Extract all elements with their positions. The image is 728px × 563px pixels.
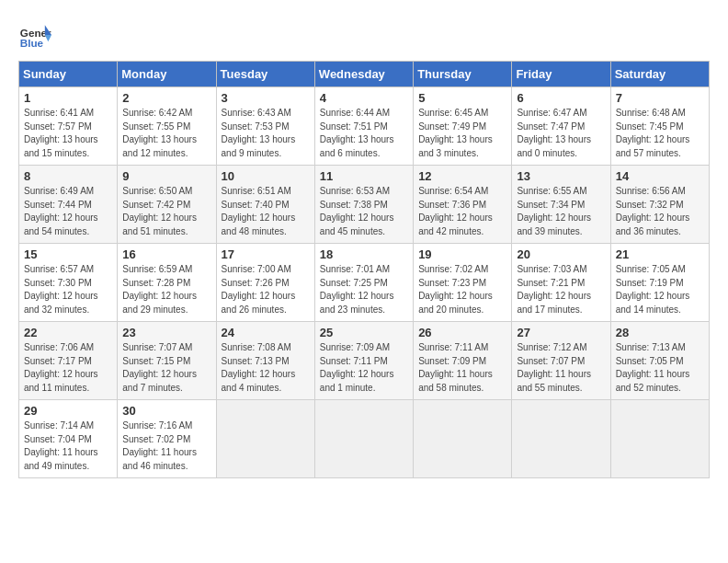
- day-number: 30: [122, 404, 210, 418]
- day-info: Sunrise: 6:54 AM Sunset: 7:36 PM Dayligh…: [418, 185, 506, 238]
- week-row-4: 22Sunrise: 7:06 AM Sunset: 7:17 PM Dayli…: [19, 322, 710, 400]
- day-cell: 28Sunrise: 7:13 AM Sunset: 7:05 PM Dayli…: [610, 322, 709, 400]
- day-info: Sunrise: 7:07 AM Sunset: 7:15 PM Dayligh…: [122, 341, 210, 395]
- day-cell: 24Sunrise: 7:08 AM Sunset: 7:13 PM Dayli…: [216, 322, 314, 400]
- day-cell: 23Sunrise: 7:07 AM Sunset: 7:15 PM Dayli…: [118, 322, 216, 400]
- day-number: 28: [616, 326, 704, 339]
- day-info: Sunrise: 7:08 AM Sunset: 7:13 PM Dayligh…: [222, 341, 310, 395]
- day-info: Sunrise: 6:53 AM Sunset: 7:38 PM Dayligh…: [320, 185, 408, 238]
- calendar-table: SundayMondayTuesdayWednesdayThursdayFrid…: [18, 61, 710, 478]
- day-cell: [216, 400, 314, 478]
- day-number: 9: [122, 169, 210, 183]
- day-info: Sunrise: 7:13 AM Sunset: 7:05 PM Dayligh…: [616, 341, 704, 395]
- week-row-5: 29Sunrise: 7:14 AM Sunset: 7:04 PM Dayli…: [19, 400, 710, 478]
- day-info: Sunrise: 6:41 AM Sunset: 7:57 PM Dayligh…: [24, 107, 112, 160]
- day-cell: 19Sunrise: 7:02 AM Sunset: 7:23 PM Dayli…: [414, 244, 512, 322]
- day-cell: 14Sunrise: 6:56 AM Sunset: 7:32 PM Dayli…: [610, 166, 709, 244]
- day-number: 7: [616, 91, 704, 105]
- day-number: 8: [24, 169, 112, 183]
- day-cell: 6Sunrise: 6:47 AM Sunset: 7:47 PM Daylig…: [512, 87, 610, 166]
- day-cell: 3Sunrise: 6:43 AM Sunset: 7:53 PM Daylig…: [216, 87, 314, 166]
- column-header-thursday: Thursday: [414, 62, 512, 87]
- day-number: 4: [320, 91, 408, 105]
- day-cell: 29Sunrise: 7:14 AM Sunset: 7:04 PM Dayli…: [19, 400, 118, 478]
- day-number: 16: [122, 247, 210, 261]
- day-number: 26: [418, 326, 506, 339]
- day-number: 13: [517, 169, 605, 183]
- day-cell: 15Sunrise: 6:57 AM Sunset: 7:30 PM Dayli…: [19, 244, 118, 322]
- day-number: 1: [24, 91, 112, 105]
- day-number: 11: [320, 169, 408, 183]
- day-info: Sunrise: 6:43 AM Sunset: 7:53 PM Dayligh…: [222, 107, 310, 160]
- day-info: Sunrise: 7:05 AM Sunset: 7:19 PM Dayligh…: [616, 263, 704, 316]
- day-info: Sunrise: 6:42 AM Sunset: 7:55 PM Dayligh…: [122, 107, 210, 160]
- column-header-sunday: Sunday: [19, 62, 118, 87]
- day-cell: [512, 400, 610, 478]
- day-info: Sunrise: 6:45 AM Sunset: 7:49 PM Dayligh…: [418, 107, 506, 160]
- day-cell: 21Sunrise: 7:05 AM Sunset: 7:19 PM Dayli…: [610, 244, 709, 322]
- day-cell: 26Sunrise: 7:11 AM Sunset: 7:09 PM Dayli…: [414, 322, 512, 400]
- column-header-friday: Friday: [512, 62, 610, 87]
- logo-icon: General Blue: [18, 18, 51, 52]
- day-cell: 20Sunrise: 7:03 AM Sunset: 7:21 PM Dayli…: [512, 244, 610, 322]
- day-number: 25: [320, 326, 408, 339]
- day-cell: [314, 400, 413, 478]
- day-cell: 9Sunrise: 6:50 AM Sunset: 7:42 PM Daylig…: [118, 166, 216, 244]
- day-cell: 25Sunrise: 7:09 AM Sunset: 7:11 PM Dayli…: [314, 322, 413, 400]
- day-number: 29: [24, 404, 112, 418]
- day-cell: 13Sunrise: 6:55 AM Sunset: 7:34 PM Dayli…: [512, 166, 610, 244]
- day-info: Sunrise: 6:49 AM Sunset: 7:44 PM Dayligh…: [24, 185, 112, 238]
- column-header-monday: Monday: [118, 62, 216, 87]
- day-cell: 8Sunrise: 6:49 AM Sunset: 7:44 PM Daylig…: [19, 166, 118, 244]
- column-header-wednesday: Wednesday: [314, 62, 413, 87]
- day-info: Sunrise: 6:47 AM Sunset: 7:47 PM Dayligh…: [517, 107, 605, 160]
- day-cell: [414, 400, 512, 478]
- day-cell: 1Sunrise: 6:41 AM Sunset: 7:57 PM Daylig…: [19, 87, 118, 166]
- day-info: Sunrise: 6:57 AM Sunset: 7:30 PM Dayligh…: [24, 263, 112, 316]
- day-number: 10: [222, 169, 310, 183]
- week-row-3: 15Sunrise: 6:57 AM Sunset: 7:30 PM Dayli…: [19, 244, 710, 322]
- day-info: Sunrise: 7:12 AM Sunset: 7:07 PM Dayligh…: [517, 341, 605, 395]
- day-info: Sunrise: 7:11 AM Sunset: 7:09 PM Dayligh…: [418, 341, 506, 395]
- day-number: 15: [24, 247, 112, 261]
- day-cell: 5Sunrise: 6:45 AM Sunset: 7:49 PM Daylig…: [414, 87, 512, 166]
- day-info: Sunrise: 7:16 AM Sunset: 7:02 PM Dayligh…: [122, 419, 210, 473]
- day-number: 5: [418, 91, 506, 105]
- day-info: Sunrise: 6:50 AM Sunset: 7:42 PM Dayligh…: [122, 185, 210, 238]
- svg-text:Blue: Blue: [20, 37, 44, 49]
- day-number: 3: [222, 91, 310, 105]
- day-number: 17: [222, 247, 310, 261]
- day-cell: 27Sunrise: 7:12 AM Sunset: 7:07 PM Dayli…: [512, 322, 610, 400]
- day-number: 12: [418, 169, 506, 183]
- day-cell: 2Sunrise: 6:42 AM Sunset: 7:55 PM Daylig…: [118, 87, 216, 166]
- week-row-2: 8Sunrise: 6:49 AM Sunset: 7:44 PM Daylig…: [19, 166, 710, 244]
- day-info: Sunrise: 6:56 AM Sunset: 7:32 PM Dayligh…: [616, 185, 704, 238]
- day-info: Sunrise: 7:02 AM Sunset: 7:23 PM Dayligh…: [418, 263, 506, 316]
- day-cell: 10Sunrise: 6:51 AM Sunset: 7:40 PM Dayli…: [216, 166, 314, 244]
- day-number: 20: [517, 247, 605, 261]
- day-cell: 11Sunrise: 6:53 AM Sunset: 7:38 PM Dayli…: [314, 166, 413, 244]
- day-info: Sunrise: 7:09 AM Sunset: 7:11 PM Dayligh…: [320, 341, 408, 395]
- day-info: Sunrise: 7:14 AM Sunset: 7:04 PM Dayligh…: [24, 419, 112, 473]
- day-info: Sunrise: 7:06 AM Sunset: 7:17 PM Dayligh…: [24, 341, 112, 395]
- day-cell: 22Sunrise: 7:06 AM Sunset: 7:17 PM Dayli…: [19, 322, 118, 400]
- day-number: 14: [616, 169, 704, 183]
- day-cell: 12Sunrise: 6:54 AM Sunset: 7:36 PM Dayli…: [414, 166, 512, 244]
- column-header-saturday: Saturday: [610, 62, 709, 87]
- week-row-1: 1Sunrise: 6:41 AM Sunset: 7:57 PM Daylig…: [19, 87, 710, 166]
- day-info: Sunrise: 6:59 AM Sunset: 7:28 PM Dayligh…: [122, 263, 210, 316]
- day-info: Sunrise: 7:00 AM Sunset: 7:26 PM Dayligh…: [222, 263, 310, 316]
- day-number: 24: [222, 326, 310, 339]
- logo: General Blue: [18, 18, 51, 52]
- calendar-header-row: SundayMondayTuesdayWednesdayThursdayFrid…: [19, 62, 710, 87]
- day-cell: 7Sunrise: 6:48 AM Sunset: 7:45 PM Daylig…: [610, 87, 709, 166]
- day-number: 19: [418, 247, 506, 261]
- day-info: Sunrise: 6:48 AM Sunset: 7:45 PM Dayligh…: [616, 107, 704, 160]
- day-info: Sunrise: 6:44 AM Sunset: 7:51 PM Dayligh…: [320, 107, 408, 160]
- day-number: 21: [616, 247, 704, 261]
- day-info: Sunrise: 6:51 AM Sunset: 7:40 PM Dayligh…: [222, 185, 310, 238]
- day-info: Sunrise: 7:03 AM Sunset: 7:21 PM Dayligh…: [517, 263, 605, 316]
- day-number: 6: [517, 91, 605, 105]
- day-info: Sunrise: 7:01 AM Sunset: 7:25 PM Dayligh…: [320, 263, 408, 316]
- day-number: 27: [517, 326, 605, 339]
